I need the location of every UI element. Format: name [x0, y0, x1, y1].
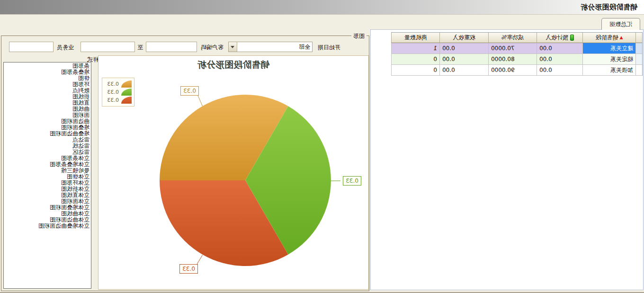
pie-chart-area: 销售阶段图形分析 0.33 0.33 0.33 0.33 0.33: [98, 55, 369, 290]
date-range-value: 全部: [237, 43, 312, 51]
legend-row: 0.33: [105, 80, 132, 88]
salesman-input[interactable]: [9, 42, 54, 52]
cell-rate[interactable]: 90.0000: [488, 65, 537, 76]
table-row: 稳定关系 0.00 80.0000 0.00 0: [391, 54, 642, 65]
header-expected-income-label: 预计收入: [546, 34, 568, 42]
title-bar: 销售阶段图形分析: [0, 0, 644, 15]
combo-dropdown-button[interactable]: [229, 42, 237, 52]
cell-rate[interactable]: 80.0000: [488, 54, 537, 65]
header-stage[interactable]: ▲ 销售阶段: [582, 33, 635, 43]
header-stage-label: 销售阶段: [596, 34, 618, 42]
cell-expected[interactable]: 0.00: [537, 43, 582, 54]
legend-swatch-green: [121, 89, 132, 96]
slice-value-label: 0.33: [179, 264, 198, 274]
summary-table-panel: ▲ 销售阶段 预计收入 成功率% 权重收入 商机数量 建立关系 0.00 70.…: [370, 29, 644, 290]
row-indicator[interactable]: [635, 54, 642, 65]
cell-expected[interactable]: 0.00: [537, 65, 582, 76]
chart-legend: 0.33 0.33 0.33: [102, 78, 134, 107]
header-opportunity-count[interactable]: 商机数量: [391, 33, 439, 43]
cell-count[interactable]: 0: [391, 65, 439, 76]
cell-stage[interactable]: 稳定关系: [582, 54, 635, 65]
legend-value: 0.33: [107, 89, 119, 95]
legend-value: 0.33: [107, 81, 119, 87]
legend-value: 0.33: [107, 97, 119, 103]
chart-group-label: 图形: [351, 32, 367, 40]
legend-row: 0.33: [105, 89, 132, 96]
customer-code-from-input[interactable]: [146, 42, 197, 52]
start-date-label: 开始日期: [318, 44, 340, 52]
salesman-label: 业务员: [57, 44, 74, 52]
list-item[interactable]: 立体堆叠曲边面积图: [4, 223, 91, 229]
row-indicator-header: [635, 33, 642, 43]
cell-stage[interactable]: 加强关系: [582, 65, 635, 76]
slice-value-label: 0.33: [343, 176, 361, 186]
cell-weighted[interactable]: 0.00: [439, 54, 488, 65]
header-weighted-income[interactable]: 权重收入: [439, 33, 488, 43]
page-title: 销售阶段图形分析: [0, 0, 644, 12]
header-expected-income[interactable]: 预计收入: [537, 33, 582, 43]
customer-code-label: 客户编码: [201, 44, 224, 52]
row-indicator[interactable]: [635, 65, 642, 76]
header-success-rate[interactable]: 成功率%: [488, 33, 537, 43]
sort-ascending-icon: ▲: [620, 36, 623, 40]
customer-code-to-input[interactable]: [80, 42, 135, 52]
legend-row: 0.33: [105, 97, 132, 104]
tab-summary-data[interactable]: 汇总数据: [601, 18, 640, 30]
cell-count[interactable]: 1: [391, 43, 439, 54]
label-connector: [197, 255, 203, 264]
table-row: 加强关系 0.00 90.0000 0.00 0: [391, 65, 642, 76]
cell-weighted[interactable]: 0.00: [439, 65, 488, 76]
table-header-row: ▲ 销售阶段 预计收入 成功率% 权重收入 商机数量: [391, 33, 642, 43]
date-range-combobox[interactable]: 全部: [228, 42, 313, 52]
label-connector: [198, 96, 203, 106]
cell-stage[interactable]: 建立关系: [582, 43, 635, 54]
pie-chart: [98, 56, 368, 289]
slice-value-label: 0.33: [180, 86, 199, 96]
row-indicator[interactable]: [635, 43, 642, 54]
legend-swatch-red: [121, 97, 132, 104]
chevron-down-icon: [231, 46, 235, 48]
app-window: 销售阶段图形分析 汇总数据 ▲ 销售阶段 预计收入 成功率% 权重收入 商机数量: [0, 0, 644, 293]
stage-table: ▲ 销售阶段 预计收入 成功率% 权重收入 商机数量 建立关系 0.00 70.…: [391, 32, 643, 76]
cell-expected[interactable]: 0.00: [537, 54, 582, 65]
cell-count[interactable]: 0: [391, 54, 439, 65]
legend-swatch-orange: [121, 80, 132, 88]
cell-rate[interactable]: 70.0000: [488, 43, 537, 54]
green-bar-icon: [570, 35, 574, 41]
table-row: 建立关系 0.00 70.0000 0.00 1: [391, 43, 642, 54]
cell-weighted[interactable]: 0.00: [439, 43, 488, 54]
to-label: 至: [137, 44, 143, 52]
chart-type-listbox[interactable]: 条形图 堆叠条形图 饼图 环形图 散列点 折线图 直线图 曲线图 面积图 曲边面…: [3, 62, 91, 289]
